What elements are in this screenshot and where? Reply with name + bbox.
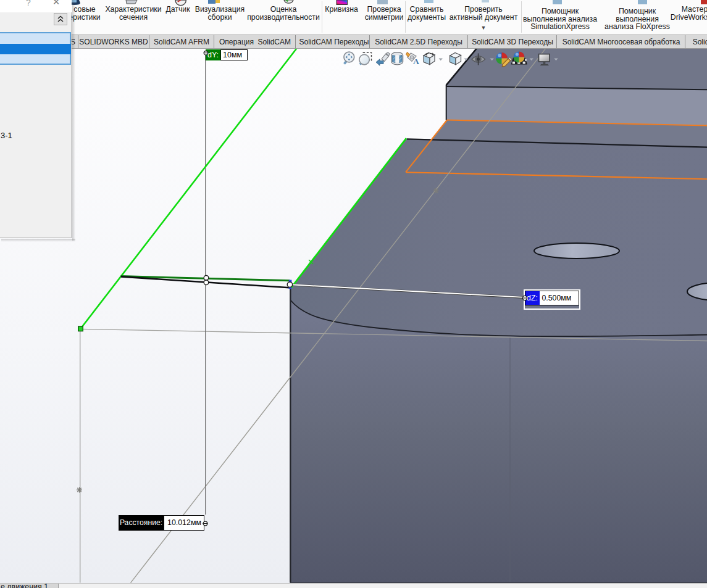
svg-text:A: A <box>413 57 419 66</box>
